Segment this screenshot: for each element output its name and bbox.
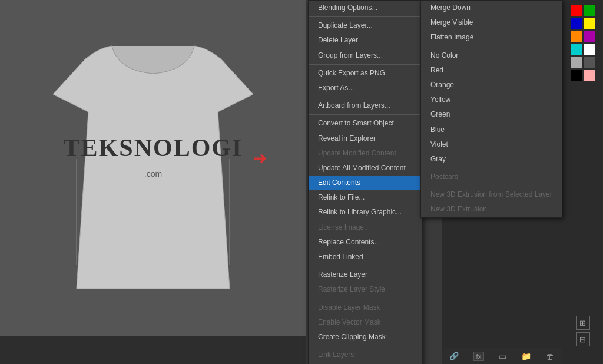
swatch-cyan[interactable] <box>571 44 582 55</box>
folder-icon[interactable]: 📁 <box>521 352 531 361</box>
menu-new-3d-extrusion-selected: New 3D Extrusion from Selected Layer <box>421 187 562 202</box>
menu-create-clipping-mask[interactable]: Create Clipping Mask <box>309 330 422 345</box>
svg-text:TEKSNOLOGI: TEKSNOLOGI <box>64 134 243 161</box>
menu-update-modified: Update Modified Content <box>309 146 422 161</box>
swatch-yellow[interactable] <box>584 18 595 29</box>
menu-relink-file[interactable]: Relink to File... <box>309 190 422 205</box>
menu-violet[interactable]: Violet <box>421 137 562 152</box>
swatch-green[interactable] <box>584 5 595 16</box>
swatch-red[interactable] <box>571 5 582 16</box>
bottom-bar <box>0 336 306 364</box>
link-icon[interactable]: 🔗 <box>449 352 459 360</box>
second-context-menu: Merge Down Merge Visible Flatten Image N… <box>420 0 562 218</box>
swatch-blue[interactable] <box>571 18 582 29</box>
layers-bottom-bar: 🔗 fx ▭ 📁 🗑 <box>442 348 562 364</box>
menu-new-3d-extrusion: New 3D Extrusion <box>421 202 562 217</box>
fx-icon[interactable]: fx <box>473 352 485 361</box>
swatches-grid <box>571 5 595 81</box>
menu-green[interactable]: Green <box>421 107 562 122</box>
swatch-violet[interactable] <box>584 31 595 42</box>
svg-text:.com: .com <box>144 169 162 178</box>
menu-red[interactable]: Red <box>421 63 562 78</box>
menu-relink-library[interactable]: Relink to Library Graphic... <box>309 205 422 220</box>
menu-group-from-layers[interactable]: Group from Layers... <box>309 48 422 63</box>
swatch-dark-gray[interactable] <box>584 57 595 68</box>
separator-7 <box>309 346 422 346</box>
menu-orange[interactable]: Orange <box>421 78 562 92</box>
menu-replace-contents[interactable]: Replace Contents... <box>309 235 422 250</box>
arrow-indicator: ➔ <box>253 148 267 168</box>
second-separator-1 <box>421 47 562 47</box>
panel-icon-1[interactable]: ⊞ <box>576 316 590 330</box>
menu-rasterize-layer[interactable]: Rasterize Layer <box>309 267 422 282</box>
tshirt-container: TEKSNOLOGI .com <box>41 38 265 297</box>
menu-artboard-from-layers[interactable]: Artboard from Layers... <box>309 98 422 113</box>
separator-2 <box>309 64 422 65</box>
menu-rasterize-layer-style: Rasterize Layer Style <box>309 282 422 297</box>
menu-duplicate-layer[interactable]: Duplicate Layer... <box>309 18 422 33</box>
menu-license-image: License Image... <box>309 220 422 235</box>
separator-3 <box>309 97 422 97</box>
menu-disable-layer-mask: Disable Layer Mask <box>309 300 422 315</box>
menu-edit-contents[interactable]: Edit Contents <box>309 176 422 190</box>
menu-merge-visible[interactable]: Merge Visible <box>421 15 562 30</box>
menu-blending-options[interactable]: Blending Options... <box>309 1 422 15</box>
menu-flatten-image[interactable]: Flatten Image <box>421 30 562 45</box>
mask-icon[interactable]: ▭ <box>499 352 506 361</box>
separator-1 <box>309 16 422 17</box>
menu-embed-linked[interactable]: Embed Linked <box>309 250 422 264</box>
menu-merge-down[interactable]: Merge Down <box>421 1 562 15</box>
swatch-orange[interactable] <box>571 31 582 42</box>
panel-icon-2[interactable]: ⊟ <box>576 332 590 346</box>
menu-link-layers: Link Layers <box>309 348 422 362</box>
separator-4 <box>309 114 422 115</box>
menu-postcard: Postcard <box>421 170 562 184</box>
swatch-pink[interactable] <box>584 70 595 81</box>
canvas-area: TEKSNOLOGI .com <box>0 0 306 336</box>
menu-reveal-explorer[interactable]: Reveal in Explorer <box>309 131 422 146</box>
tshirt-svg: TEKSNOLOGI .com <box>41 38 265 297</box>
menu-update-all-modified[interactable]: Update All Modified Content <box>309 161 422 176</box>
swatch-light-gray[interactable] <box>571 57 582 68</box>
menu-blue[interactable]: Blue <box>421 123 562 137</box>
menu-no-color[interactable]: No Color <box>421 48 562 63</box>
swatch-white[interactable] <box>584 44 595 55</box>
second-separator-3 <box>421 186 562 186</box>
menu-gray[interactable]: Gray <box>421 152 562 167</box>
menu-quick-export[interactable]: Quick Export as PNG <box>309 66 422 81</box>
menu-delete-layer[interactable]: Delete Layer <box>309 33 422 48</box>
menu-export-as[interactable]: Export As... <box>309 81 422 95</box>
menu-yellow[interactable]: Yellow <box>421 92 562 107</box>
separator-5 <box>309 266 422 266</box>
second-separator-2 <box>421 168 562 168</box>
menu-enable-vector-mask: Enable Vector Mask <box>309 315 422 330</box>
right-panel: ⊞ ⊟ <box>562 0 603 364</box>
menu-convert-smart-object[interactable]: Convert to Smart Object <box>309 116 422 131</box>
main-context-menu: Blending Options... Duplicate Layer... D… <box>308 0 423 364</box>
swatch-black[interactable] <box>571 70 582 81</box>
separator-6 <box>309 299 422 299</box>
trash-icon[interactable]: 🗑 <box>546 352 554 361</box>
